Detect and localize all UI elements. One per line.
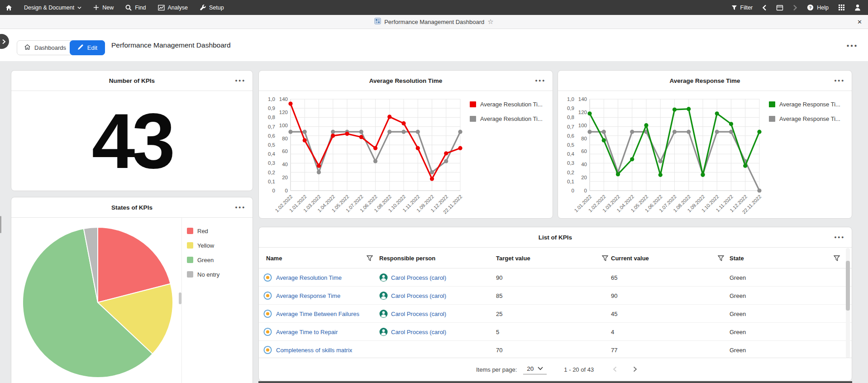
legend-scrollbar-thumb[interactable] <box>179 292 181 304</box>
favorite-star-icon[interactable]: ☆ <box>487 18 493 26</box>
responsible-person-link[interactable]: Carol Process (carol) <box>391 310 446 317</box>
kpi-name-link[interactable]: Average Time Between Failures <box>276 310 359 317</box>
expand-panel-button[interactable] <box>0 34 9 49</box>
tab-performance-dashboard[interactable]: Performance Management Dashboard ☆ <box>374 18 494 26</box>
legend-item[interactable]: Yellow <box>187 238 219 253</box>
legend-swatch <box>187 228 193 234</box>
nav-filter-label: Filter <box>740 5 753 11</box>
legend-item[interactable]: Red <box>187 224 219 238</box>
current-value: 77 <box>611 346 617 353</box>
tabs-button[interactable] <box>776 5 783 11</box>
nav-new-label: New <box>102 5 114 11</box>
svg-text:0,6: 0,6 <box>567 133 574 139</box>
kpi-target-icon <box>263 345 272 354</box>
column-header-target[interactable]: Target value <box>496 254 530 261</box>
search-icon <box>125 5 132 11</box>
legend-item[interactable]: Average Resolution Ti... <box>470 97 543 111</box>
legend-item[interactable]: Green <box>187 253 219 267</box>
legend-swatch <box>470 101 476 107</box>
nav-find[interactable]: Find <box>125 5 146 11</box>
svg-text:0,7: 0,7 <box>268 124 275 129</box>
apps-grid-button[interactable] <box>838 4 845 11</box>
legend-item[interactable]: No entry <box>187 267 219 282</box>
column-header-state[interactable]: State <box>730 254 744 261</box>
card-header: Average Resolution Time ●●● <box>259 71 553 91</box>
person-avatar-icon <box>379 309 388 318</box>
legend-swatch <box>187 271 193 278</box>
person-avatar-icon <box>379 327 388 336</box>
left-panel-handle[interactable] <box>0 216 1 233</box>
kpi-count-value: 43 <box>92 102 172 180</box>
forward-button[interactable] <box>793 5 797 11</box>
pie-chart-states <box>22 227 173 380</box>
svg-text:60: 60 <box>282 148 288 154</box>
dashboards-button[interactable]: Dashboards <box>17 40 73 55</box>
home-button[interactable] <box>5 5 12 11</box>
card-menu-button[interactable]: ●●● <box>535 78 546 83</box>
svg-text:20: 20 <box>282 175 288 180</box>
legend-label: Red <box>197 228 208 235</box>
current-value: 45 <box>611 310 617 317</box>
chart-icon <box>158 5 165 11</box>
responsible-person-link[interactable]: Carol Process (carol) <box>391 292 446 299</box>
table-header-row: Name Responsible person Target value Cur… <box>259 248 852 268</box>
table-row[interactable]: Average Resolution TimeCarol Process (ca… <box>259 268 852 287</box>
back-button[interactable] <box>762 5 767 11</box>
legend-swatch <box>187 242 193 249</box>
page-menu-button[interactable]: ●●● <box>846 43 858 48</box>
kpi-name-link[interactable]: Average Response Time <box>276 292 340 299</box>
card-menu-button[interactable]: ●●● <box>235 205 246 210</box>
legend-item[interactable]: Average Response Ti... <box>769 97 840 111</box>
card-menu-button[interactable]: ●●● <box>834 78 845 83</box>
card-menu-button[interactable]: ●●● <box>235 78 246 83</box>
page-header: Dashboards Edit Performance Management D… <box>0 29 868 61</box>
nav-new[interactable]: New <box>93 5 114 11</box>
pagination-next-button[interactable] <box>633 366 637 374</box>
edit-button[interactable]: Edit <box>70 40 105 55</box>
svg-text:0,5: 0,5 <box>567 142 574 148</box>
card-list-of-kpis: List of KPIs ●●● Name Responsible person… <box>258 227 852 381</box>
pagination-prev-button[interactable] <box>613 366 617 374</box>
column-header-name[interactable]: Name <box>266 254 282 261</box>
nav-find-label: Find <box>135 5 146 11</box>
table-scrollbar-thumb[interactable] <box>846 261 850 311</box>
table-row[interactable]: Completeness of skills matrix7077Green <box>259 341 852 358</box>
items-per-page-select[interactable]: 20 <box>523 365 547 374</box>
legend-item[interactable]: Average Resolution Ti... <box>470 111 543 126</box>
svg-text:1,0: 1,0 <box>268 96 275 102</box>
table-horizontal-scrollbar[interactable] <box>258 381 852 383</box>
home-outline-icon <box>24 44 31 52</box>
filter-icon-target[interactable] <box>602 255 608 263</box>
nav-help[interactable]: ? Help <box>807 4 829 11</box>
legend-divider <box>181 218 182 383</box>
filter-icon-current[interactable] <box>718 255 724 263</box>
nav-design-document[interactable]: Design & Document <box>24 5 81 11</box>
legend-item[interactable]: Average Response Ti... <box>769 111 840 126</box>
nav-filter[interactable]: Filter <box>731 5 753 11</box>
table-row[interactable]: Average Time Between FailuresCarol Proce… <box>259 305 852 323</box>
svg-text:0,6: 0,6 <box>268 133 275 139</box>
filter-icon-state[interactable] <box>834 255 840 263</box>
table-row[interactable]: Average Time to RepairCarol Process (car… <box>259 323 852 341</box>
column-header-responsible[interactable]: Responsible person <box>379 254 435 261</box>
kpi-name-link[interactable]: Average Resolution Time <box>276 274 342 281</box>
filter-icon-name[interactable] <box>367 255 373 263</box>
nav-setup[interactable]: Setup <box>200 5 224 11</box>
dashboards-label: Dashboards <box>34 44 66 51</box>
legend-label: Green <box>197 257 214 263</box>
tab-close-icon[interactable]: ✕ <box>857 19 862 25</box>
svg-text:80: 80 <box>282 136 288 141</box>
svg-text:0: 0 <box>285 188 288 193</box>
kpi-name-link[interactable]: Average Time to Repair <box>276 328 338 335</box>
table-row[interactable]: Average Response TimeCarol Process (caro… <box>259 287 852 305</box>
card-average-resolution-time: Average Resolution Time ●●● 1,00,90,80,7… <box>258 70 553 219</box>
svg-text:0,9: 0,9 <box>268 105 275 111</box>
card-menu-button[interactable]: ●●● <box>834 235 845 239</box>
nav-analyse[interactable]: Analyse <box>158 5 188 11</box>
responsible-person-link[interactable]: Carol Process (carol) <box>391 274 446 281</box>
user-button[interactable] <box>854 4 861 11</box>
kpi-name-link[interactable]: Completeness of skills matrix <box>276 346 352 353</box>
svg-text:0: 0 <box>584 188 587 193</box>
responsible-person-link[interactable]: Carol Process (carol) <box>391 328 446 335</box>
column-header-current[interactable]: Current value <box>611 254 649 261</box>
